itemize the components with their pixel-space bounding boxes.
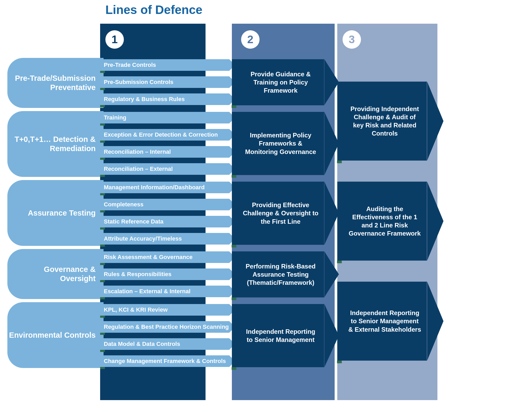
col2-text: Implementing Policy Frameworks & Monitor… — [242, 131, 319, 156]
col1-item: Risk Assessment & Governance — [100, 251, 229, 263]
category-label: Governance & Oversight — [7, 265, 96, 283]
col1-item: Exception & Error Detection & Correction — [100, 129, 229, 141]
col1-item: Pre-Submission Controls — [100, 76, 229, 88]
col1-item: Reconciliation – Internal — [100, 146, 229, 158]
col1-item: Regulation & Best Practice Horizon Scann… — [100, 321, 229, 333]
category-governance: Governance & Oversight — [7, 249, 104, 299]
badge-2: 2 — [241, 30, 260, 49]
col1-item: Training — [100, 112, 229, 123]
col1-item: Data Model & Data Controls — [100, 338, 229, 350]
col2-arrow: Provide Guidance & Training on Policy Fr… — [232, 59, 324, 105]
col1-item: Reconciliation – External — [100, 163, 229, 175]
category-label: Pre-Trade/Submission Preventative — [7, 74, 96, 92]
col1-item: Completeness — [100, 199, 229, 210]
col2-text: Provide Guidance & Training on Policy Fr… — [242, 70, 319, 95]
col1-item: Attribute Accuracy/Timeless — [100, 233, 229, 245]
diagram-title: Lines of Defence — [105, 3, 202, 17]
col1-item: Management Information/Dashboard — [100, 182, 229, 193]
category-label: Environmental Controls — [9, 331, 96, 340]
col3-arrow: Independent Reporting to Senior Manageme… — [337, 282, 427, 361]
category-label: T+0,T+1… Detection & Remediation — [7, 135, 96, 153]
col2-text: Performing Risk-Based Assurance Testing … — [242, 262, 319, 287]
diagram-canvas: Lines of Defence 1 2 3 Pre-Trade/Submiss… — [0, 0, 532, 413]
badge-3: 3 — [343, 30, 361, 49]
col2-text: Independent Reporting to Senior Manageme… — [242, 327, 319, 344]
col1-item: Escalation – External & Internal — [100, 286, 229, 297]
col3-text: Providing Independent Challenge & Audit … — [348, 105, 422, 138]
col2-text: Providing Effective Challenge & Oversigh… — [242, 201, 319, 226]
col1-item: Regulatory & Business Rules — [100, 93, 229, 105]
badge-1: 1 — [105, 30, 124, 49]
category-label: Assurance Testing — [28, 208, 96, 218]
col2-arrow: Performing Risk-Based Assurance Testing … — [232, 251, 324, 297]
col3-arrow: Auditing the Effectiveness of the 1 and … — [337, 182, 427, 261]
col2-arrow: Implementing Policy Frameworks & Monitor… — [232, 112, 324, 175]
col2-arrow: Independent Reporting to Senior Manageme… — [232, 304, 324, 367]
col2-arrow: Providing Effective Challenge & Oversigh… — [232, 182, 324, 245]
col1-item: Change Management Framework & Controls — [100, 355, 229, 367]
col1-item: KPL, KCI & KRI Review — [100, 304, 229, 316]
col3-arrow: Providing Independent Challenge & Audit … — [337, 82, 427, 161]
col1-item: Pre-Trade Controls — [100, 59, 229, 71]
col1-item: Static Reference Data — [100, 216, 229, 227]
col1-item: Rules & Responsibilities — [100, 268, 229, 280]
col3-text: Independent Reporting to Senior Manageme… — [348, 309, 422, 334]
category-assurance: Assurance Testing — [7, 180, 104, 246]
category-environmental: Environmental Controls — [7, 302, 104, 368]
category-detection: T+0,T+1… Detection & Remediation — [7, 111, 104, 177]
category-pre-trade: Pre-Trade/Submission Preventative — [7, 58, 104, 108]
col3-text: Auditing the Effectiveness of the 1 and … — [348, 205, 422, 238]
